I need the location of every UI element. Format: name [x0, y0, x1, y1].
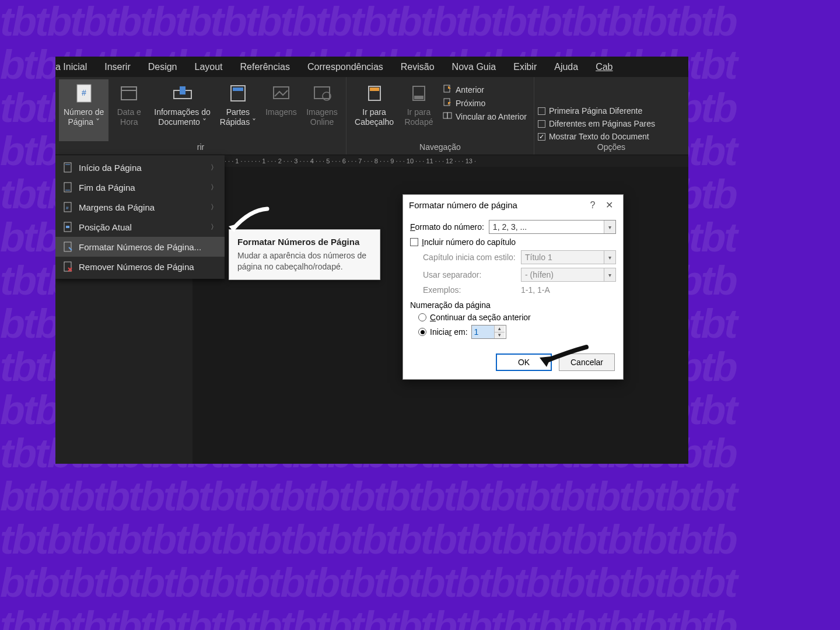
radio-start-at[interactable]: Iniciar em: ▲ ▼	[418, 325, 616, 339]
number-format-select[interactable]: 1, 2, 3, ... ▾	[489, 220, 616, 234]
checkbox-icon	[410, 238, 418, 246]
calendar-icon	[117, 82, 141, 105]
nav-previous[interactable]: Anterior	[443, 84, 527, 95]
quick-parts-button[interactable]: PartesRápidas ˅	[215, 79, 261, 141]
checkbox-icon	[538, 120, 545, 128]
ribbon-tabs: a Inicial Inserir Design Layout Referênc…	[55, 57, 688, 77]
examples-value: 1-1, 1-A	[521, 285, 550, 295]
svg-rect-15	[414, 96, 424, 99]
chevron-down-icon: ▾	[604, 220, 615, 233]
tooltip-format-page-numbers: Formatar Números de Página Mudar a aparê…	[229, 229, 380, 280]
goto-header-button[interactable]: Ir paraCabeçalho	[350, 79, 398, 141]
svg-rect-6	[180, 86, 186, 94]
goto-header-icon	[363, 82, 386, 105]
online-images-button[interactable]: ImagensOnline	[302, 79, 342, 141]
page-numbering-title: Numeração da página	[410, 300, 616, 310]
ribbon-content: # Número dePágina ˅ Data eHora Informaçõ…	[55, 77, 688, 155]
start-at-input[interactable]	[472, 326, 494, 338]
dialog-close-button[interactable]: ✕	[601, 200, 617, 211]
nav-next[interactable]: Próximo	[443, 97, 527, 108]
next-icon	[443, 97, 452, 108]
dd-page-margins[interactable]: # Margens da Página 〉	[55, 197, 225, 217]
page-number-icon: #	[72, 82, 96, 105]
radio-continue-previous[interactable]: Continuar da seção anterior	[418, 313, 616, 322]
group-label-nav: Navegação	[346, 141, 534, 155]
images-button[interactable]: Imagens	[261, 79, 302, 141]
spinner-down-icon[interactable]: ▼	[495, 332, 505, 339]
previous-icon	[443, 84, 452, 95]
svg-rect-8	[233, 88, 243, 91]
opt-first-page-diff[interactable]: Primeira Página Diferente	[538, 106, 685, 116]
chevron-right-icon: 〉	[211, 183, 218, 192]
group-label-options: Opções	[534, 141, 688, 155]
quick-parts-icon	[226, 82, 250, 105]
doc-info-button[interactable]: Informações doDocumento ˅	[149, 79, 215, 141]
checkbox-checked-icon	[538, 133, 545, 141]
format-page-number-dialog: Formatar número de página ? ✕ Formato do…	[402, 194, 624, 380]
page-current-icon	[62, 222, 73, 232]
tab-home[interactable]: a Inicial	[55, 57, 96, 77]
page-number-label2: Página ˅	[68, 117, 99, 127]
ok-button[interactable]: OK	[496, 354, 552, 371]
page-margins-icon: #	[62, 202, 73, 212]
svg-text:#: #	[82, 88, 86, 97]
spinner-up-icon[interactable]: ▲	[495, 326, 505, 332]
page-number-button[interactable]: # Número dePágina ˅	[59, 79, 108, 141]
start-at-spinner[interactable]: ▲ ▼	[471, 325, 506, 339]
svg-rect-10	[314, 87, 330, 99]
dialog-help-button[interactable]: ?	[584, 200, 601, 211]
tab-review[interactable]: Revisão	[392, 57, 443, 77]
tab-help[interactable]: Ajuda	[545, 57, 587, 77]
dd-bottom-of-page[interactable]: Fim da Página 〉	[55, 177, 225, 197]
tab-mailings[interactable]: Correspondências	[299, 57, 392, 77]
nav-link-previous[interactable]: Vincular ao Anterior	[443, 111, 527, 122]
tab-header-tools[interactable]: Cab	[587, 57, 621, 77]
dd-remove-page-numbers[interactable]: Remover Números de Página	[55, 257, 225, 276]
page-number-dropdown: Início da Página 〉 Fim da Página 〉 # Mar…	[55, 155, 225, 279]
goto-footer-button[interactable]: Ir paraRodapé	[398, 79, 439, 141]
separator-select: - (hífen) ▾	[521, 268, 616, 282]
tab-references[interactable]: Referências	[232, 57, 299, 77]
radio-icon	[418, 313, 426, 321]
checkbox-icon	[538, 107, 545, 115]
chevron-down-icon: ▾	[604, 251, 615, 264]
tab-newguide[interactable]: Nova Guia	[443, 57, 505, 77]
tab-view[interactable]: Exibir	[505, 57, 545, 77]
goto-footer-icon	[407, 82, 430, 105]
separator-label: Usar separador:	[423, 270, 516, 279]
remove-page-numbers-icon	[62, 261, 73, 272]
date-time-button[interactable]: Data eHora	[108, 79, 149, 141]
svg-rect-27	[66, 226, 69, 228]
dd-current-position[interactable]: Posição Atual 〉	[55, 217, 225, 237]
group-label-insert: rir	[55, 141, 346, 155]
svg-rect-20	[64, 163, 71, 172]
svg-rect-22	[64, 183, 71, 192]
tooltip-title: Formatar Números de Página	[237, 237, 372, 247]
svg-rect-19	[447, 113, 452, 118]
include-chapter-checkbox[interactable]: Incluir número do capítulo	[410, 237, 616, 247]
radio-selected-icon	[418, 328, 426, 336]
format-page-numbers-icon	[62, 242, 73, 252]
tab-insert[interactable]: Inserir	[96, 57, 139, 77]
opt-odd-even-diff[interactable]: Diferentes em Páginas Pares	[538, 119, 685, 128]
chapter-style-select: Título 1 ▾	[521, 250, 616, 264]
svg-rect-13	[370, 88, 379, 91]
number-format-label: Formato do número:	[410, 222, 484, 232]
globe-image-icon	[310, 82, 334, 105]
tab-layout[interactable]: Layout	[186, 57, 232, 77]
cancel-button[interactable]: Cancelar	[559, 354, 615, 371]
chapter-style-label: Capítulo inicia com estilo:	[423, 253, 516, 262]
chevron-right-icon: 〉	[211, 202, 218, 212]
page-bottom-icon	[62, 182, 73, 192]
dd-format-page-numbers[interactable]: Formatar Números de Página...	[55, 237, 225, 257]
doc-info-icon	[171, 82, 194, 105]
examples-label: Exemplos:	[423, 285, 516, 295]
svg-rect-3	[121, 87, 136, 100]
dd-top-of-page[interactable]: Início da Página 〉	[55, 158, 225, 177]
opt-show-doc-text[interactable]: Mostrar Texto do Document	[538, 132, 685, 141]
tab-design[interactable]: Design	[139, 57, 186, 77]
chevron-right-icon: 〉	[211, 163, 218, 173]
link-previous-icon	[443, 111, 452, 122]
image-icon	[270, 82, 293, 105]
dialog-title: Formatar número de página	[409, 200, 517, 210]
